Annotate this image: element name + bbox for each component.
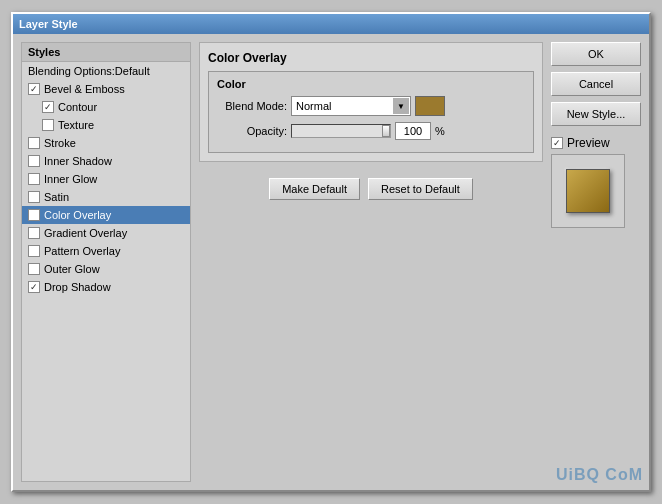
left-panel: Styles Blending Options:DefaultBevel & E… [21, 42, 191, 482]
sidebar-item-drop-shadow[interactable]: Drop Shadow [22, 278, 190, 296]
preview-swatch [566, 169, 610, 213]
label-inner-glow: Inner Glow [44, 173, 97, 185]
label-stroke: Stroke [44, 137, 76, 149]
sidebar-item-color-overlay[interactable]: Color Overlay [22, 206, 190, 224]
sidebar-item-blending-options[interactable]: Blending Options:Default [22, 62, 190, 80]
checkbox-pattern-overlay[interactable] [28, 245, 40, 257]
checkbox-texture[interactable] [42, 119, 54, 131]
label-bevel-emboss: Bevel & Emboss [44, 83, 125, 95]
checkbox-bevel-emboss[interactable] [28, 83, 40, 95]
checkbox-satin[interactable] [28, 191, 40, 203]
sidebar-item-contour[interactable]: Contour [22, 98, 190, 116]
color-overlay-section: Color Overlay Color Blend Mode: Normal D… [199, 42, 543, 162]
preview-label: Preview [567, 136, 610, 150]
section-title: Color Overlay [208, 51, 534, 65]
sidebar-item-gradient-overlay[interactable]: Gradient Overlay [22, 224, 190, 242]
title-bar: Layer Style [13, 14, 649, 34]
right-panel: OK Cancel New Style... Preview [551, 42, 641, 482]
ok-button[interactable]: OK [551, 42, 641, 66]
styles-header: Styles [22, 43, 190, 62]
checkbox-drop-shadow[interactable] [28, 281, 40, 293]
preview-checkbox[interactable] [551, 137, 563, 149]
blend-mode-label: Blend Mode: [217, 100, 287, 112]
checkbox-color-overlay[interactable] [28, 209, 40, 221]
sidebar-item-satin[interactable]: Satin [22, 188, 190, 206]
opacity-label: Opacity: [217, 125, 287, 137]
button-row: Make Default Reset to Default [199, 178, 543, 200]
opacity-input[interactable] [395, 122, 431, 140]
percent-label: % [435, 125, 445, 137]
label-drop-shadow: Drop Shadow [44, 281, 111, 293]
preview-box [551, 154, 625, 228]
middle-panel: Color Overlay Color Blend Mode: Normal D… [199, 42, 543, 482]
checkbox-inner-glow[interactable] [28, 173, 40, 185]
label-color-overlay: Color Overlay [44, 209, 111, 221]
preview-row: Preview [551, 136, 641, 150]
group-label: Color [217, 78, 525, 90]
checkbox-inner-shadow[interactable] [28, 155, 40, 167]
label-blending-options: Blending Options:Default [28, 65, 150, 77]
sidebar-item-texture[interactable]: Texture [22, 116, 190, 134]
opacity-thumb [382, 125, 390, 137]
layer-style-dialog: Layer Style Styles Blending Options:Defa… [11, 12, 651, 492]
label-outer-glow: Outer Glow [44, 263, 100, 275]
label-inner-shadow: Inner Shadow [44, 155, 112, 167]
dialog-title: Layer Style [19, 18, 78, 30]
cancel-button[interactable]: Cancel [551, 72, 641, 96]
blend-mode-row: Blend Mode: Normal Dissolve Multiply Scr… [217, 96, 525, 116]
make-default-button[interactable]: Make Default [269, 178, 360, 200]
label-texture: Texture [58, 119, 94, 131]
sidebar-item-stroke[interactable]: Stroke [22, 134, 190, 152]
label-satin: Satin [44, 191, 69, 203]
label-contour: Contour [58, 101, 97, 113]
sidebar-item-inner-glow[interactable]: Inner Glow [22, 170, 190, 188]
sidebar-item-pattern-overlay[interactable]: Pattern Overlay [22, 242, 190, 260]
label-pattern-overlay: Pattern Overlay [44, 245, 120, 257]
preview-section: Preview [551, 136, 641, 228]
blend-mode-select-wrapper: Normal Dissolve Multiply Screen Overlay … [291, 96, 411, 116]
color-group: Color Blend Mode: Normal Dissolve Multip… [208, 71, 534, 153]
sidebar-item-outer-glow[interactable]: Outer Glow [22, 260, 190, 278]
opacity-row: Opacity: % [217, 122, 525, 140]
checkbox-outer-glow[interactable] [28, 263, 40, 275]
color-swatch[interactable] [415, 96, 445, 116]
watermark: UiBQ CoM [556, 466, 643, 484]
opacity-slider[interactable] [291, 124, 391, 138]
checkbox-contour[interactable] [42, 101, 54, 113]
sidebar-item-inner-shadow[interactable]: Inner Shadow [22, 152, 190, 170]
checkbox-gradient-overlay[interactable] [28, 227, 40, 239]
checkbox-stroke[interactable] [28, 137, 40, 149]
blend-mode-select[interactable]: Normal Dissolve Multiply Screen Overlay [291, 96, 411, 116]
new-style-button[interactable]: New Style... [551, 102, 641, 126]
reset-to-default-button[interactable]: Reset to Default [368, 178, 473, 200]
label-gradient-overlay: Gradient Overlay [44, 227, 127, 239]
sidebar-item-bevel-emboss[interactable]: Bevel & Emboss [22, 80, 190, 98]
